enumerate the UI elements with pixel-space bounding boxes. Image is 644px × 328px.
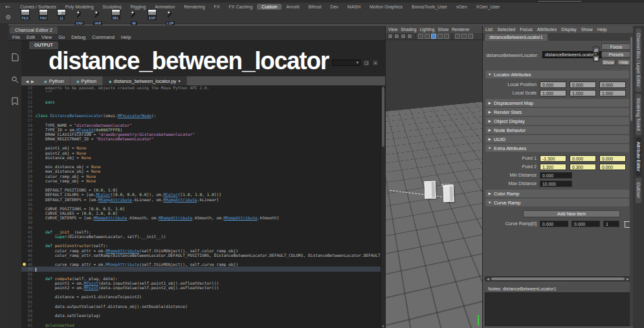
attribute-field-curve-ramp-0-2[interactable]: 1 [603, 221, 619, 227]
editor-menu-edit[interactable]: Edit [27, 34, 35, 40]
code-line[interactable]: 31 [21, 183, 385, 188]
gear-icon[interactable]: ⚙ [0, 14, 17, 21]
new-file-icon[interactable] [12, 52, 19, 64]
code-line[interactable]: 14 [21, 104, 385, 109]
editor-menu-go[interactable]: Go [58, 34, 65, 40]
attribute-field-local-position-0[interactable]: 0.000 [540, 82, 566, 88]
code-line[interactable]: 47 [21, 257, 385, 262]
shelf-tab-rendering[interactable]: Rendering [179, 4, 209, 10]
section-header-displacement-map[interactable]: ▶Displacement Map [485, 99, 629, 107]
line-number[interactable]: 32 [21, 188, 36, 192]
ae-horizontal-scrollbar[interactable]: ◀ ▶ [485, 276, 631, 281]
viewport-toolbar-icon-6[interactable] [425, 34, 430, 39]
code-line[interactable]: 11 """ [21, 90, 385, 94]
code-line[interactable]: 59 data.setClean(plug) [21, 313, 385, 318]
viewport-canvas[interactable]: 5.000 [386, 40, 482, 328]
code-line[interactable]: 61 @classmethod [21, 323, 385, 327]
attribute-field-curve-ramp-0-0[interactable]: 0.000 [540, 221, 568, 227]
line-number[interactable]: 29 [21, 174, 36, 179]
code-line[interactable]: 12 [21, 94, 385, 99]
code-line[interactable]: 42 super(DistanceBetweenLocator, self)._… [21, 234, 385, 239]
editor-menu-debug[interactable]: Debug [71, 34, 85, 40]
code-line[interactable]: 30 curve_ramp_obj = None [21, 179, 385, 183]
line-number[interactable]: 44 [21, 243, 36, 248]
shelf-tab-bonustools-user[interactable]: BonusTools_User [407, 4, 452, 10]
shelf-tab-dev[interactable]: Dev [326, 4, 342, 10]
line-number[interactable]: 25 [21, 155, 36, 160]
line-number[interactable]: 52 [21, 281, 36, 285]
viewport-toolbar-icon-5[interactable] [418, 34, 423, 39]
code-line[interactable]: 19 TYPE_ID = om.MTypeId(0x0007FFFD) [21, 127, 385, 132]
line-number[interactable]: 33 [21, 192, 36, 197]
line-number[interactable]: 18 [21, 123, 36, 127]
line-number[interactable]: 46 [21, 253, 36, 257]
line-number[interactable]: 51 [21, 276, 36, 281]
line-number[interactable]: 17 [21, 118, 36, 122]
float-window-icon[interactable]: ❏ [363, 60, 370, 66]
viewport-toolbar-icon-7[interactable] [431, 34, 436, 39]
code-line[interactable]: 50 [21, 272, 385, 276]
section-header-extra-attributes[interactable]: ▼Extra Attributes [485, 144, 629, 152]
viewport-toolbar-icon-9[interactable] [444, 34, 449, 39]
dock-tab-attribute-editor[interactable]: Attribute Editor [636, 137, 641, 176]
code-line[interactable]: 40 [21, 225, 385, 230]
section-header-locator-attributes[interactable]: ▼Locator Attributes [485, 71, 629, 78]
code-line[interactable]: 10 exports to be passed, objects created… [21, 85, 385, 90]
file-tab-python-0[interactable]: ◆Python [38, 76, 71, 85]
code-line[interactable]: 15 [21, 109, 385, 113]
editor-menu-view[interactable]: View [41, 34, 52, 40]
viewport-toolbar-icon-11[interactable] [455, 34, 460, 39]
shelf-button-lop[interactable]: LOP [162, 9, 179, 25]
viewport-menu-lighting[interactable]: Lighting [419, 27, 434, 32]
output-tab[interactable]: OUTPUT [29, 41, 58, 49]
attribute-field-local-scale-2[interactable]: 1.000 [599, 90, 626, 96]
hide-button[interactable]: Hide [617, 59, 631, 65]
viewport-toolbar-icon-3[interactable] [407, 34, 412, 39]
code-line[interactable]: 52 point1 = om.MPoint(data.inputValue(se… [21, 281, 385, 285]
editor-menu-help[interactable]: Help [121, 34, 131, 40]
viewport-toolbar-icon-8[interactable] [438, 34, 443, 39]
viewport-toolbar-icon-2[interactable] [401, 34, 406, 39]
viewport-menu-view[interactable]: View [388, 27, 397, 32]
line-number[interactable]: 42 [21, 234, 36, 239]
code-line[interactable]: 46 color_ramp_attr.setRamp(DistanceBetwe… [21, 253, 385, 257]
dock-tab-modeling-toolkit[interactable]: Modeling Toolkit [636, 94, 641, 135]
line-number[interactable]: 55 [21, 294, 36, 299]
focus-button[interactable]: Focus [601, 43, 631, 50]
line-number[interactable]: 23 [21, 146, 36, 150]
code-line[interactable]: 20 DRAW_CLASSIFICATION = "drawdb/geometr… [21, 132, 385, 137]
line-number[interactable]: 49 [21, 267, 36, 271]
line-number[interactable]: 41 [21, 230, 36, 234]
swap-buffer-icon[interactable]: ⇄ [593, 47, 599, 53]
trash-icon[interactable] [624, 221, 629, 227]
ae-menu-focus[interactable]: Focus [520, 27, 533, 32]
code-line[interactable]: 18 TYPE_NAME = "distancebetweenlocator" [21, 123, 385, 127]
shelf-button-file[interactable]: FILE [17, 9, 34, 25]
attribute-field-max-distance-0[interactable]: 10.000 [540, 180, 572, 187]
line-number[interactable]: 34 [21, 197, 36, 202]
code-line[interactable]: 36 CURVE_POSITIONS = [0.0, 0.5, 1.0] [21, 206, 385, 211]
code-line[interactable]: 13 pass [21, 100, 385, 104]
code-line[interactable]: 55 distance = point1.distanceTo(point2) [21, 294, 385, 299]
shelf-button-exp[interactable]: EXP [144, 9, 161, 25]
shelf-button-fnu[interactable]: FNU [35, 9, 52, 25]
shelf-menu-icon[interactable]: ▾≡ [0, 5, 16, 10]
attribute-field-local-position-2[interactable]: 0.000 [599, 82, 626, 88]
tab-prev-icon[interactable]: ◀ [25, 79, 28, 83]
code-line[interactable]: 37 CURVE_VALUES = [0.0, 1.0, 0.0] [21, 211, 385, 215]
section-header-color-ramp[interactable]: ▶Color Ramp [485, 190, 629, 197]
code-line[interactable]: 17 [21, 118, 385, 122]
line-number[interactable]: 11 [21, 90, 36, 94]
attribute-field-point-1-1[interactable]: 0.000 [570, 155, 596, 162]
shelf-button-im[interactable]: IM [126, 9, 142, 25]
add-new-item-button[interactable]: Add New Item [523, 210, 620, 217]
code-line[interactable]: 53 point2 = om.MPoint(data.inputValue(se… [21, 285, 385, 290]
copy-tab-icon[interactable]: ▣ [593, 55, 599, 61]
code-line[interactable]: 29 color_ramp_obj = None [21, 174, 385, 179]
code-area[interactable]: 10 exports to be passed, objects created… [21, 85, 385, 328]
ae-node-tab[interactable]: distanceBetweenLocator1 [485, 34, 548, 41]
code-line[interactable]: 24 point2_obj = None [21, 151, 385, 155]
ae-menu-attributes[interactable]: Attributes [537, 27, 557, 32]
attribute-field-local-scale-1[interactable]: 1.000 [570, 90, 596, 96]
line-number[interactable]: 15 [21, 109, 36, 113]
